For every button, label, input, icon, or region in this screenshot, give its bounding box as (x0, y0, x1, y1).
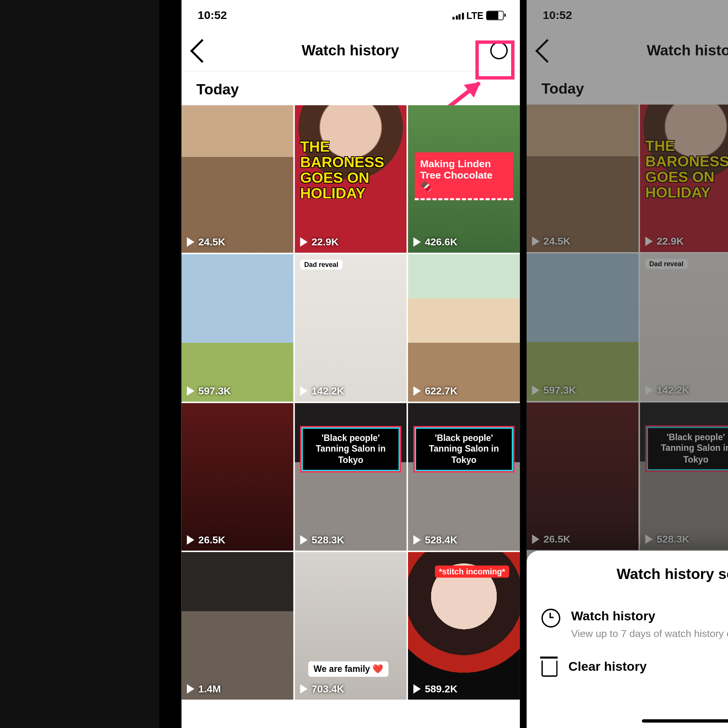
video-caption-pill: We are family ❤️ (308, 662, 389, 677)
video-tile[interactable]: We are family ❤️703.4K (295, 552, 406, 700)
view-count: 622.7K (425, 385, 457, 397)
comparison-stage: 10:52 LTE Watch history Today 24.5K THE … (159, 0, 728, 728)
play-icon (300, 386, 308, 395)
history-icon (541, 609, 560, 628)
setting-clear-history[interactable]: Clear history (541, 659, 728, 677)
screenshot-left: 10:52 LTE Watch history Today 24.5K THE … (182, 0, 520, 728)
view-count: 22.9K (312, 236, 339, 247)
view-count: 426.6K (425, 236, 457, 247)
view-count: 597.3K (198, 385, 231, 397)
view-count: 24.5K (198, 236, 225, 247)
view-count: 528.3K (312, 534, 344, 546)
video-grid: 24.5K THE BARONESS GOES ON HOLIDAY22.9K … (182, 105, 520, 700)
settings-sheet: Watch history settings ✕ Watch history V… (527, 551, 728, 728)
sheet-title: Watch history settings (541, 566, 728, 583)
play-icon (187, 684, 195, 693)
play-icon (187, 535, 195, 544)
video-tile[interactable]: Dad reveal142.2K (295, 254, 406, 402)
play-icon (300, 684, 308, 693)
signal-icon (453, 11, 464, 19)
play-icon (187, 237, 195, 246)
video-tile[interactable]: 'Black people' Tanning Salon in Tokyo528… (295, 403, 406, 551)
setting-label: Clear history (568, 659, 728, 674)
battery-icon (486, 11, 504, 20)
view-count: 1.4M (198, 683, 221, 695)
view-count: 528.4K (425, 534, 457, 546)
setting-label: Watch history (571, 609, 728, 623)
video-tile[interactable]: Making Linden Tree Chocolate 🍫426.6K (408, 105, 520, 253)
view-count: 26.5K (198, 534, 225, 546)
play-icon (413, 535, 421, 544)
reply-tag: Dad reveal (300, 260, 342, 270)
video-tile[interactable]: THE BARONESS GOES ON HOLIDAY22.9K (295, 105, 406, 253)
video-tile[interactable]: 622.7K (408, 254, 520, 402)
screenshot-right: 10:52 LTE Watch history Today 24.5K THE … (527, 0, 728, 728)
video-tile[interactable]: 'Black people' Tanning Salon in Tokyo528… (408, 403, 520, 551)
video-tile[interactable]: 597.3K (182, 254, 293, 402)
video-tile[interactable]: *stitch incoming*589.2K (408, 552, 520, 700)
play-icon (413, 237, 421, 246)
view-count: 589.2K (425, 683, 457, 695)
annotation-highlight-box (475, 41, 515, 80)
nav-bar: Watch history (182, 30, 520, 71)
trash-icon (541, 661, 558, 677)
video-caption: THE BARONESS GOES ON HOLIDAY (300, 139, 402, 201)
setting-watch-history: Watch history View up to 7 days of watch… (541, 609, 728, 639)
video-tile[interactable]: 1.4M (182, 552, 293, 700)
video-overlay-box: 'Black people' Tanning Salon in Tokyo (301, 428, 400, 471)
video-tile[interactable]: 26.5K (182, 403, 293, 551)
setting-description: View up to 7 days of watch history on th… (571, 628, 728, 639)
home-indicator (642, 719, 728, 723)
play-icon (300, 237, 308, 246)
video-overlay-box: Making Linden Tree Chocolate 🍫 (415, 152, 513, 200)
status-bar: 10:52 LTE (182, 0, 520, 30)
status-time: 10:52 (198, 8, 227, 22)
video-tile[interactable]: 24.5K (182, 105, 293, 253)
play-icon (187, 386, 195, 395)
view-count: 703.4K (312, 683, 344, 695)
video-caption-pill: *stitch incoming* (435, 566, 509, 578)
view-count: 142.2K (312, 385, 344, 397)
page-title: Watch history (210, 42, 490, 59)
play-icon (413, 386, 421, 395)
network-label: LTE (466, 10, 483, 20)
play-icon (413, 684, 421, 693)
status-right: LTE (453, 10, 504, 20)
play-icon (300, 535, 308, 544)
video-overlay-box: 'Black people' Tanning Salon in Tokyo (415, 428, 513, 471)
